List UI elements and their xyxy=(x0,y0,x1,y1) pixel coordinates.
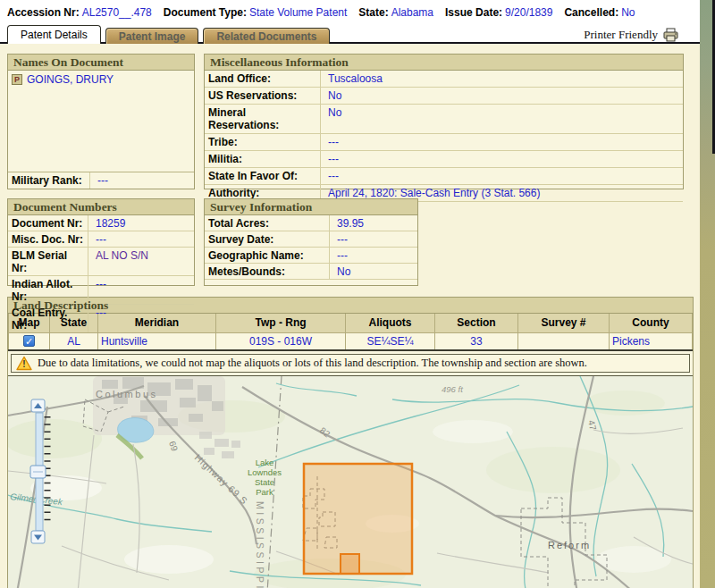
tab-patent-details[interactable]: Patent Details xyxy=(7,25,101,44)
map-checkbox[interactable] xyxy=(23,335,35,347)
names-panel-title: Names On Document xyxy=(8,55,194,71)
us-reservations-value: No xyxy=(321,88,349,104)
patentee-name-link[interactable]: GOINGS, DRURY xyxy=(27,73,114,86)
table-row: AL Huntsville 019S - 016W SE¼SE¼ 33 Pick… xyxy=(9,332,693,350)
park-label-line1: Lake xyxy=(256,458,274,467)
metes-bounds-row: Metes/Bounds:No xyxy=(205,263,417,279)
survey-information-panel: Survey Information Total Acres:39.95 Sur… xyxy=(204,198,418,286)
doctype-label: Document Type: xyxy=(164,6,247,19)
printer-friendly-button[interactable]: Printer Friendly xyxy=(584,28,679,42)
warning-text: Due to data limitations, we could not ma… xyxy=(38,357,587,370)
document-nr-value: 18259 xyxy=(88,215,132,231)
misc-doc-nr-label: Misc. Doc. Nr: xyxy=(8,231,88,247)
militia-label: Militia: xyxy=(205,151,321,167)
issue-date-label: Issue Date: xyxy=(445,6,502,19)
printer-friendly-label: Printer Friendly xyxy=(584,28,658,42)
reform-label: Reform xyxy=(548,540,591,550)
military-rank-row: Military Rank: --- xyxy=(8,172,194,189)
metes-bounds-value: No xyxy=(330,264,358,279)
col-twp-rng: Twp - Rng xyxy=(216,314,346,332)
tribe-label: Tribe: xyxy=(205,134,321,150)
cell-section: 33 xyxy=(435,332,518,350)
tribe-row: Tribe:--- xyxy=(205,133,683,150)
survey-date-row: Survey Date:--- xyxy=(205,231,417,247)
cell-meridian[interactable]: Huntsville xyxy=(98,332,216,350)
park-label-line3: State xyxy=(255,477,274,487)
military-rank-value: --- xyxy=(90,172,115,189)
col-section: Section xyxy=(435,314,518,332)
blm-serial-nr-label: BLM Serial Nr: xyxy=(8,248,88,275)
warning-icon: ! xyxy=(16,356,32,371)
land-descriptions-panel: Land Descriptions Map State Meridian Twp… xyxy=(7,297,694,588)
tab-related-documents[interactable]: Related Documents xyxy=(203,28,330,44)
park-label-line4: Park xyxy=(256,487,273,497)
tribe-value: --- xyxy=(321,134,346,150)
survey-empty-row xyxy=(205,279,417,295)
state-in-favor-value: --- xyxy=(321,168,346,184)
cell-aliquots: SE¼SE¼ xyxy=(346,332,435,350)
us-reservations-label: US Reservations: xyxy=(205,88,321,104)
military-rank-label: Military Rank: xyxy=(8,172,90,189)
land-office-label: Land Office: xyxy=(205,71,321,87)
patent-details-content: Names On Document P GOINGS, DRURY Milita… xyxy=(0,44,701,588)
survey-panel-title: Survey Information xyxy=(205,199,417,215)
total-acres-value: 39.95 xyxy=(330,215,371,231)
map-checkbox-cell xyxy=(9,332,50,350)
cell-survey xyxy=(518,332,610,350)
total-acres-row: Total Acres:39.95 xyxy=(205,215,417,231)
section-33-overlay xyxy=(341,554,359,574)
cancelled-field: Cancelled:No xyxy=(564,6,635,19)
patentee-icon: P xyxy=(12,74,22,85)
state-label: State: xyxy=(358,6,388,19)
state-field: State:Alabama xyxy=(358,6,433,19)
state-in-favor-label: State In Favor Of: xyxy=(205,168,321,184)
names-on-document-panel: Names On Document P GOINGS, DRURY Milita… xyxy=(7,54,195,189)
cell-twp-rng: 019S - 016W xyxy=(216,332,346,350)
militia-value: --- xyxy=(321,151,346,167)
total-acres-label: Total Acres: xyxy=(205,215,330,231)
township-map[interactable]: Columbus 496 ft 82 69 Highway 69 S 47 MI… xyxy=(8,375,693,588)
land-office-value: Tuscaloosa xyxy=(321,71,390,87)
state-in-favor-row: State In Favor Of:--- xyxy=(205,167,683,184)
militia-row: Militia:--- xyxy=(205,150,683,167)
misc-doc-nr-row: Misc. Doc. Nr:--- xyxy=(8,231,194,247)
cell-county[interactable]: Pickens xyxy=(610,332,693,350)
col-survey: Survey # xyxy=(518,314,610,332)
tab-bar: Patent Details Patent Image Related Docu… xyxy=(0,25,701,44)
document-nr-row: Document Nr:18259 xyxy=(8,215,194,231)
geographic-name-row: Geographic Name:--- xyxy=(205,247,417,263)
park-label-line2: Lowndes xyxy=(248,467,282,477)
geographic-name-value: --- xyxy=(330,248,355,263)
elevation-label: 496 ft xyxy=(442,384,463,394)
document-numbers-panel: Document Numbers Document Nr:18259 Misc.… xyxy=(7,198,195,286)
doctype-field: Document Type:State Volume Patent xyxy=(164,6,348,19)
tab-patent-image[interactable]: Patent Image xyxy=(105,28,199,44)
mineral-reservations-row: Mineral Reservations:No xyxy=(205,104,683,133)
docnums-panel-title: Document Numbers xyxy=(8,199,194,215)
cell-state: AL xyxy=(50,332,98,350)
survey-date-value: --- xyxy=(330,231,355,247)
survey-date-label: Survey Date: xyxy=(205,231,330,247)
col-county: County xyxy=(610,314,693,332)
issue-date-value: 9/20/1839 xyxy=(505,6,552,19)
blm-serial-nr-row: BLM Serial Nr:AL NO S/N xyxy=(8,247,194,275)
accession-field: Accession Nr:AL2570__.478 xyxy=(7,6,152,19)
state-value: Alabama xyxy=(391,6,433,19)
land-office-row: Land Office:Tuscaloosa xyxy=(205,71,683,87)
blm-serial-nr-value: AL NO S/N xyxy=(88,248,156,275)
cancelled-value: No xyxy=(621,6,635,19)
metes-bounds-label: Metes/Bounds: xyxy=(205,264,330,279)
accession-value: AL2570__.478 xyxy=(82,6,152,19)
misc-panel-title: Miscellaneous Information xyxy=(205,55,683,71)
misc-doc-nr-value: --- xyxy=(88,231,114,247)
document-nr-label: Document Nr: xyxy=(8,215,88,231)
printer-icon xyxy=(662,28,679,42)
accession-label: Accession Nr: xyxy=(7,6,80,19)
mississippi-label: MISSISSIPPI xyxy=(255,501,265,588)
mineral-reservations-label: Mineral Reservations: xyxy=(205,105,321,133)
columbus-label: Columbus xyxy=(96,389,158,399)
issue-date-field: Issue Date:9/20/1839 xyxy=(445,6,552,19)
geographic-name-label: Geographic Name: xyxy=(205,248,330,263)
svg-text:!: ! xyxy=(22,359,25,369)
mineral-reservations-value: No xyxy=(321,105,349,133)
